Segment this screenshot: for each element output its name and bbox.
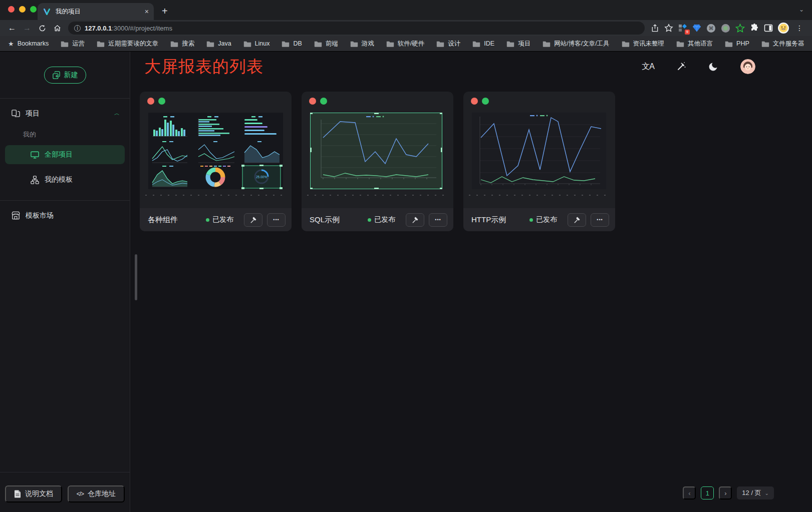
sidebar-item-template-market[interactable]: 模板市场	[0, 201, 130, 220]
sidebar-item-all-projects[interactable]: 全部项目	[5, 145, 125, 164]
folder-icon	[206, 41, 214, 47]
extension-star-icon[interactable]	[735, 24, 745, 33]
url-path: :3000/#/project/items	[112, 25, 172, 32]
bookmark-folder[interactable]: 网站/博客/文章/工具	[543, 40, 609, 48]
bookmark-folder[interactable]: Linux	[243, 40, 270, 47]
card-footer: SQL示例 已发布 •••	[302, 208, 453, 231]
bookmark-folder[interactable]: Java	[206, 40, 231, 47]
star-icon: ★	[8, 40, 14, 48]
bookmark-folder[interactable]: DB	[282, 40, 302, 47]
main-content: 大屏报表的列表 文A	[130, 52, 812, 512]
bookmark-folder[interactable]: IDE	[472, 40, 494, 47]
edit-project-button[interactable]	[568, 213, 586, 227]
more-options-button[interactable]: •••	[591, 213, 609, 227]
extensions-puzzle-icon[interactable]	[750, 24, 759, 33]
project-thumbnail	[472, 113, 607, 189]
reload-button[interactable]	[35, 22, 49, 35]
theme-wand-icon[interactable]	[676, 62, 686, 72]
bookmark-folder[interactable]: 软件/硬件	[386, 40, 424, 48]
bookmark-folder[interactable]: 运营	[61, 40, 85, 48]
browser-tab[interactable]: 我的项目 ×	[38, 3, 154, 20]
sidebar-item-my-templates[interactable]: 我的模板	[5, 170, 125, 189]
url-host: 127.0.0.1	[85, 25, 112, 32]
repo-button[interactable]: </> 仓库地址	[68, 485, 125, 502]
document-icon	[14, 490, 21, 498]
language-icon[interactable]: 文A	[642, 62, 654, 72]
next-page-button[interactable]: ›	[719, 486, 732, 499]
share-icon[interactable]	[651, 24, 659, 33]
browser-menu-icon[interactable]: ⋮	[794, 24, 805, 32]
profile-avatar[interactable]	[778, 23, 789, 34]
dark-mode-moon-icon[interactable]	[708, 62, 718, 72]
side-panel-icon[interactable]	[764, 24, 773, 33]
card-footer: HTTP示例 已发布 •••	[463, 208, 615, 231]
back-button[interactable]: ←	[5, 22, 19, 35]
bookmark-folder[interactable]: 项目	[506, 40, 530, 48]
bookmark-folder[interactable]: PHP	[725, 40, 749, 47]
svg-text:⌘: ⌘	[709, 26, 714, 31]
project-card[interactable]: HTTP示例 已发布 •••	[463, 92, 615, 231]
page-size-select[interactable]: 12 / 页 ⌄	[737, 486, 774, 499]
extension-tabs-icon[interactable]: 9	[678, 24, 687, 33]
current-page-button[interactable]: 1	[701, 486, 714, 499]
folder-icon	[243, 41, 251, 47]
project-card[interactable]: SQL示例 已发布 •••	[302, 92, 453, 231]
project-card[interactable]: 25.00% 各种组件 已发布	[140, 92, 292, 231]
url-bar[interactable]: i 127.0.0.1:3000/#/project/items	[68, 22, 645, 35]
prev-page-button[interactable]: ‹	[683, 486, 696, 499]
window-zoom-button[interactable]	[30, 6, 37, 13]
template-flow-icon	[30, 175, 40, 185]
status-dot	[368, 218, 371, 222]
folder-icon	[472, 41, 480, 47]
bookmarks-bar: ★ Bookmarks 运营 近期需要读的文章 搜索 Java Linux DB…	[0, 36, 812, 52]
extension-record-icon[interactable]	[721, 24, 730, 33]
forward-button[interactable]: →	[20, 22, 34, 35]
new-tab-button[interactable]: +	[162, 6, 168, 17]
extension-gem-icon[interactable]	[692, 24, 701, 33]
docs-button[interactable]: 说明文档	[5, 485, 62, 502]
tab-close-icon[interactable]: ×	[145, 8, 149, 16]
folder-icon	[386, 41, 394, 47]
bookmark-folder[interactable]: 游戏	[350, 40, 374, 48]
bookmark-folder[interactable]: 近期需要读的文章	[97, 40, 158, 48]
project-card-list: 25.00% 各种组件 已发布	[130, 82, 812, 231]
more-options-button[interactable]: •••	[429, 213, 447, 227]
bookmark-folder[interactable]: 搜索	[170, 40, 194, 48]
scrollbar-thumb[interactable]	[135, 254, 137, 300]
bookmark-folder[interactable]: 前端	[314, 40, 338, 48]
edit-project-button[interactable]	[406, 213, 424, 227]
bookmark-folder[interactable]: 设计	[436, 40, 460, 48]
project-thumbnail	[310, 113, 445, 189]
tab-search-chevron-icon[interactable]: ⌄	[799, 6, 804, 13]
edit-project-button[interactable]	[244, 213, 262, 227]
folder-icon	[506, 41, 514, 47]
bookmark-folder[interactable]: 资讯未整理	[622, 40, 665, 48]
folder-icon	[350, 41, 358, 47]
monitor-icon	[30, 150, 40, 160]
window-controls	[8, 6, 37, 13]
dashed-separator	[307, 195, 448, 196]
window-minimize-button[interactable]	[19, 6, 26, 13]
bookmark-star-icon[interactable]	[664, 24, 673, 33]
browser-tab-strip: 我的项目 × + ⌄	[0, 0, 812, 20]
bookmarks-manager-item[interactable]: ★ Bookmarks	[8, 40, 49, 48]
site-info-icon[interactable]: i	[74, 25, 81, 32]
user-avatar[interactable]	[740, 59, 755, 74]
new-project-button[interactable]: 新建	[44, 67, 86, 84]
bookmark-folder[interactable]: 其他语言	[676, 40, 713, 48]
folder-icon	[622, 41, 630, 47]
green-dot	[482, 98, 489, 105]
window-close-button[interactable]	[8, 6, 15, 13]
browser-toolbar: ← → i 127.0.0.1:3000/#/project/items 9	[0, 20, 812, 36]
folder-icon	[725, 41, 733, 47]
red-dot	[471, 98, 478, 105]
more-options-button[interactable]: •••	[267, 213, 286, 227]
chevron-up-icon[interactable]: ︿	[114, 110, 120, 117]
sidebar-footer: 说明文档 </> 仓库地址	[5, 485, 125, 502]
sidebar-group-projects[interactable]: 项目 ︿	[0, 99, 130, 118]
bookmark-folder[interactable]: 文件服务器	[761, 40, 804, 48]
chevron-down-icon: ⌄	[765, 490, 769, 496]
store-icon	[11, 211, 21, 220]
home-button[interactable]	[50, 22, 64, 35]
extension-command-icon[interactable]: ⌘	[706, 24, 716, 33]
